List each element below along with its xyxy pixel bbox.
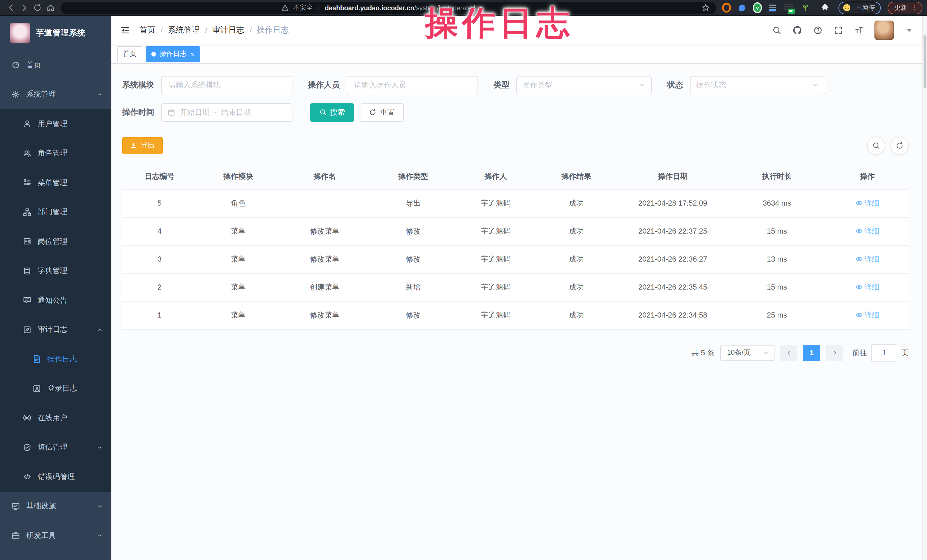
window-scrollbar[interactable] bbox=[922, 16, 927, 560]
scrollbar-thumb[interactable] bbox=[923, 35, 926, 88]
sidebar-item-online-user[interactable]: 在线用户 bbox=[0, 403, 111, 433]
detail-link[interactable]: 详细 bbox=[855, 310, 879, 320]
reset-button[interactable]: 重置 bbox=[360, 103, 404, 121]
sidebar-item-badge[interactable]: 岗位管理 bbox=[0, 227, 111, 256]
navbar-actions bbox=[772, 21, 915, 40]
header-search-icon[interactable] bbox=[772, 25, 782, 35]
breadcrumb-item[interactable]: 系统管理 bbox=[168, 25, 200, 35]
breadcrumb-item[interactable]: 审计日志 bbox=[213, 25, 245, 35]
sidebar-item-error-code[interactable]: 错误码管理 bbox=[0, 462, 111, 492]
next-page-button[interactable] bbox=[826, 344, 843, 361]
type-select[interactable]: 操作类型 bbox=[516, 76, 652, 94]
start-date-placeholder: 开始日期 bbox=[180, 107, 210, 117]
sidebar-item-audit-log[interactable]: 审计日志 bbox=[0, 315, 111, 344]
breadcrumb-item[interactable]: 首页 bbox=[139, 25, 155, 35]
sidebar-item-org-tree[interactable]: 部门管理 bbox=[0, 197, 111, 227]
table-cell: 菜单 bbox=[197, 254, 280, 264]
export-button[interactable]: 导出 bbox=[122, 137, 163, 154]
bookmark-star-icon[interactable] bbox=[701, 3, 711, 12]
sidebar-item-users[interactable]: 角色管理 bbox=[0, 138, 111, 168]
browser-menu-icon[interactable] bbox=[911, 1, 918, 14]
chevron-down-icon bbox=[763, 348, 769, 357]
profile-paused-chip[interactable]: 已暂停 bbox=[839, 2, 881, 14]
sidebar-item-user[interactable]: 用户管理 bbox=[0, 109, 111, 138]
gear-icon bbox=[11, 90, 20, 99]
sidebar-item-sms[interactable]: 短信管理 bbox=[0, 433, 111, 462]
paused-label: 已暂停 bbox=[856, 3, 875, 12]
address-bar[interactable]: 不安全 | dashboard.yudao.iocoder.cn/system/… bbox=[61, 2, 716, 14]
table-cell: 1 bbox=[122, 311, 197, 319]
chevron-down-icon bbox=[638, 80, 646, 90]
prev-page-button[interactable] bbox=[780, 344, 797, 361]
extension-ring-icon[interactable] bbox=[722, 3, 731, 12]
announcement-icon bbox=[23, 296, 31, 305]
eye-icon bbox=[855, 255, 863, 263]
app-logo-row[interactable]: 芋道管理系统 bbox=[0, 16, 111, 50]
detail-link[interactable]: 详细 bbox=[855, 282, 879, 292]
browser-back-button[interactable] bbox=[5, 1, 18, 14]
home-icon bbox=[46, 3, 55, 12]
search-button[interactable]: 搜索 bbox=[310, 103, 354, 121]
search-button-icon bbox=[319, 109, 327, 116]
detail-link[interactable]: 详细 bbox=[855, 198, 879, 208]
status-select[interactable]: 操作状态 bbox=[690, 76, 825, 94]
sidebar-item-dictionary[interactable]: 字典管理 bbox=[0, 256, 111, 285]
extensions-puzzle-icon[interactable] bbox=[819, 1, 831, 14]
not-secure-icon[interactable] bbox=[281, 3, 289, 12]
sidebar-toggle-icon[interactable] bbox=[119, 25, 130, 36]
browser-forward-button[interactable] bbox=[18, 1, 31, 14]
table-cell: 修改菜单 bbox=[280, 310, 370, 320]
detail-link[interactable]: 详细 bbox=[855, 226, 879, 236]
forward-arrow-icon bbox=[20, 3, 29, 12]
sidebar-item-announcement[interactable]: 通知公告 bbox=[0, 285, 111, 315]
sidebar-item-dev-tools[interactable]: 研发工具 bbox=[0, 521, 111, 550]
breadcrumb: 首页/系统管理/审计日志/操作日志 bbox=[139, 25, 289, 35]
browser-home-button[interactable] bbox=[44, 1, 57, 14]
tag-item[interactable]: 首页 bbox=[117, 46, 142, 62]
sidebar-item-gauge[interactable]: 首页 bbox=[0, 50, 111, 80]
user-avatar[interactable] bbox=[874, 21, 894, 40]
table-cell: 创建菜单 bbox=[280, 282, 370, 292]
page-1-button[interactable]: 1 bbox=[803, 344, 820, 361]
gauge-icon bbox=[11, 61, 20, 70]
extension-sprout-icon[interactable] bbox=[799, 1, 812, 14]
date-range-picker[interactable]: 开始日期 - 结束日期 bbox=[161, 103, 292, 121]
detail-link[interactable]: 详细 bbox=[855, 254, 879, 264]
refresh-table-button[interactable] bbox=[891, 136, 909, 155]
browser-update-button[interactable]: 更新 bbox=[887, 2, 922, 14]
avatar-caret-down-icon[interactable] bbox=[904, 25, 915, 35]
extension-drop-icon[interactable] bbox=[737, 3, 746, 12]
tag-active[interactable]: 操作日志× bbox=[146, 46, 200, 62]
extension-bars-icon[interactable] bbox=[768, 3, 777, 12]
search-icon bbox=[772, 26, 781, 35]
page-size-select[interactable]: 10条/页 bbox=[720, 344, 775, 361]
table-row: 2菜单创建菜单新增芋道源码成功2021-04-26 22:35:4515 ms详… bbox=[122, 273, 909, 301]
sidebar-item-menu-list[interactable]: 菜单管理 bbox=[0, 168, 111, 197]
module-input[interactable] bbox=[161, 76, 292, 94]
sidebar-item-operate-log[interactable]: 操作日志 bbox=[0, 344, 111, 374]
extension-v-icon[interactable]: v bbox=[753, 3, 762, 12]
emoji-face-icon bbox=[842, 3, 851, 12]
sidebar-item-infrastructure[interactable]: 基础设施 bbox=[0, 492, 111, 521]
sidebar-item-gear[interactable]: 系统管理 bbox=[0, 80, 111, 109]
operator-input[interactable] bbox=[347, 76, 478, 94]
table-cell: 菜单 bbox=[197, 282, 280, 292]
github-icon[interactable] bbox=[792, 25, 802, 35]
chevron-right-icon bbox=[831, 349, 837, 356]
goto-page-input[interactable] bbox=[871, 344, 897, 361]
users-icon bbox=[23, 149, 31, 158]
font-size-icon[interactable] bbox=[854, 25, 864, 35]
table-cell-actions: 详细 bbox=[826, 282, 909, 292]
audit-log-icon bbox=[23, 326, 31, 334]
browser-reload-button[interactable] bbox=[31, 1, 44, 14]
table-row: 5角色导出芋道源码成功2021-04-28 17:52:093634 ms详细 bbox=[122, 189, 909, 217]
extension-switch-icon[interactable]: on bbox=[784, 3, 793, 12]
fullscreen-icon[interactable] bbox=[833, 25, 843, 35]
table-cell: 角色 bbox=[197, 198, 280, 208]
tag-close-icon[interactable]: × bbox=[190, 50, 194, 58]
help-icon[interactable] bbox=[813, 25, 823, 35]
toggle-search-button[interactable] bbox=[867, 136, 885, 155]
url-host: dashboard.yudao.iocoder.cn bbox=[325, 4, 414, 11]
badge-icon bbox=[23, 237, 31, 246]
sidebar-item-login-log[interactable]: 登录日志 bbox=[0, 374, 111, 403]
